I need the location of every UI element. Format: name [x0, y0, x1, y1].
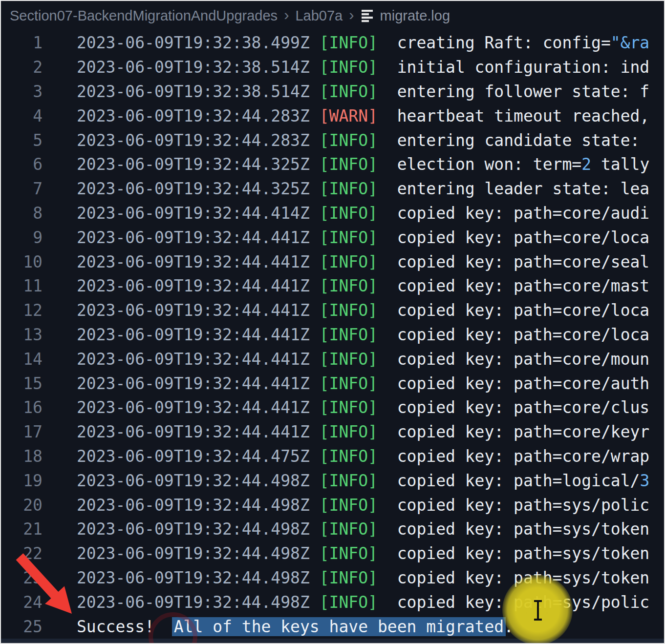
line-content: 2023-06-09T19:32:38.514Z [INFO] initial …: [43, 58, 664, 77]
breadcrumb-item-file[interactable]: migrate.log: [380, 8, 450, 24]
log-line[interactable]: 202023-06-09T19:32:44.498Z [INFO] copied…: [1, 493, 664, 517]
line-content: 2023-06-09T19:32:44.498Z [INFO] copied k…: [43, 471, 664, 490]
line-number: 18: [1, 447, 43, 466]
log-line[interactable]: 162023-06-09T19:32:44.441Z [INFO] copied…: [1, 395, 664, 420]
log-line[interactable]: 102023-06-09T19:32:44.441Z [INFO] copied…: [1, 249, 664, 274]
log-file-icon: [361, 8, 375, 26]
log-timestamp: 2023-06-09T19:32:44.325Z: [77, 179, 310, 198]
log-level-badge: [INFO]: [320, 325, 378, 344]
line-number: 9: [1, 228, 43, 247]
line-content: 2023-06-09T19:32:44.414Z [INFO] copied k…: [43, 204, 664, 223]
line-content: 2023-06-09T19:32:38.514Z [INFO] entering…: [43, 82, 664, 101]
log-message-part: copied key: path=sys/token: [397, 519, 650, 539]
log-message-part: copied key: path=core/clus: [397, 398, 650, 417]
log-line[interactable]: 152023-06-09T19:32:44.441Z [INFO] copied…: [1, 371, 664, 395]
line-number: 16: [1, 398, 43, 417]
breadcrumb-item-section[interactable]: Section07-BackendMigrationAndUpgrades: [10, 8, 278, 24]
line-content: 2023-06-09T19:32:44.498Z [INFO] copied k…: [43, 593, 664, 612]
log-level-badge: [INFO]: [320, 471, 378, 490]
line-content: 2023-06-09T19:32:38.499Z [INFO] creating…: [43, 33, 664, 52]
log-content: 12023-06-09T19:32:38.499Z [INFO] creatin…: [1, 31, 664, 639]
line-content: 2023-06-09T19:32:44.441Z [INFO] copied k…: [43, 276, 664, 295]
line-number: 21: [1, 519, 43, 539]
log-level-badge: [INFO]: [320, 519, 378, 539]
log-level-badge: [INFO]: [320, 374, 378, 393]
line-content: 2023-06-09T19:32:44.325Z [INFO] entering…: [43, 179, 664, 198]
line-content: 2023-06-09T19:32:44.498Z [INFO] copied k…: [43, 519, 664, 539]
line-number: 7: [1, 179, 43, 198]
log-message-part: copied key: path=core/wrap: [397, 447, 650, 466]
log-level-badge: [WARN]: [320, 106, 378, 125]
log-line[interactable]: 142023-06-09T19:32:44.441Z [INFO] copied…: [1, 347, 664, 371]
log-timestamp: 2023-06-09T19:32:44.441Z: [77, 398, 310, 417]
log-timestamp: 2023-06-09T19:32:44.325Z: [77, 155, 310, 174]
log-timestamp: 2023-06-09T19:32:38.514Z: [77, 82, 310, 101]
log-level-badge: [INFO]: [320, 204, 378, 223]
log-line[interactable]: 72023-06-09T19:32:44.325Z [INFO] enterin…: [1, 177, 664, 201]
log-message-part: election won: term=: [397, 155, 582, 174]
log-timestamp: 2023-06-09T19:32:38.499Z: [77, 33, 310, 52]
line-number: 15: [1, 374, 43, 393]
log-timestamp: 2023-06-09T19:32:44.283Z: [77, 106, 310, 125]
line-number: 1: [1, 33, 43, 52]
log-line[interactable]: 112023-06-09T19:32:44.441Z [INFO] copied…: [1, 274, 664, 298]
line-number: 2: [1, 58, 43, 77]
log-line[interactable]: 32023-06-09T19:32:38.514Z [INFO] enterin…: [1, 80, 664, 104]
log-message-part: copied key: path=core/loca: [397, 301, 650, 320]
line-content: 2023-06-09T19:32:44.441Z [INFO] copied k…: [43, 350, 664, 369]
log-timestamp: 2023-06-09T19:32:44.441Z: [77, 374, 310, 393]
log-level-badge: [INFO]: [320, 593, 378, 612]
log-timestamp: 2023-06-09T19:32:44.441Z: [77, 228, 310, 247]
log-level-badge: [INFO]: [320, 179, 378, 198]
log-line[interactable]: 12023-06-09T19:32:38.499Z [INFO] creatin…: [1, 31, 664, 55]
log-line[interactable]: 192023-06-09T19:32:44.498Z [INFO] copied…: [1, 468, 664, 493]
log-level-badge: [INFO]: [320, 58, 378, 77]
log-line[interactable]: 172023-06-09T19:32:44.441Z [INFO] copied…: [1, 420, 664, 444]
line-content: 2023-06-09T19:32:44.283Z [WARN] heartbea…: [43, 106, 664, 125]
log-line[interactable]: 132023-06-09T19:32:44.441Z [INFO] copied…: [1, 323, 664, 347]
log-timestamp: 2023-06-09T19:32:44.283Z: [77, 131, 310, 150]
selected-text: All of the keys have been migrated: [172, 617, 506, 636]
line-number: 23: [1, 568, 43, 587]
log-message-part: copied key: path=core/seal: [397, 252, 650, 271]
line-number: 5: [1, 131, 43, 150]
log-message-part: Success!: [77, 617, 174, 636]
log-line[interactable]: 42023-06-09T19:32:44.283Z [WARN] heartbe…: [1, 104, 664, 128]
line-content: 2023-06-09T19:32:44.475Z [INFO] copied k…: [43, 447, 664, 466]
log-timestamp: 2023-06-09T19:32:44.498Z: [77, 471, 310, 490]
log-level-badge: [INFO]: [320, 155, 378, 174]
log-line[interactable]: 242023-06-09T19:32:44.498Z [INFO] copied…: [1, 590, 664, 614]
log-line[interactable]: 212023-06-09T19:32:44.498Z [INFO] copied…: [1, 517, 664, 541]
log-line[interactable]: 232023-06-09T19:32:44.498Z [INFO] copied…: [1, 566, 664, 590]
line-content: 2023-06-09T19:32:44.498Z [INFO] copied k…: [43, 544, 664, 563]
log-line[interactable]: 182023-06-09T19:32:44.475Z [INFO] copied…: [1, 444, 664, 469]
log-timestamp: 2023-06-09T19:32:44.441Z: [77, 252, 310, 271]
line-number: 17: [1, 422, 43, 441]
line-number: 10: [1, 252, 43, 271]
log-level-badge: [INFO]: [320, 131, 378, 150]
line-number: 6: [1, 155, 43, 174]
log-message-part: copied key: path=core/loca: [397, 325, 650, 344]
log-message-part: "&ra: [611, 33, 649, 52]
breadcrumb-item-lab[interactable]: Lab07a: [295, 8, 343, 24]
log-timestamp: 2023-06-09T19:32:44.441Z: [77, 276, 310, 295]
log-line[interactable]: 222023-06-09T19:32:44.498Z [INFO] copied…: [1, 541, 664, 566]
line-content: 2023-06-09T19:32:44.498Z [INFO] copied k…: [43, 568, 664, 587]
line-content: 2023-06-09T19:32:44.441Z [INFO] copied k…: [43, 301, 664, 320]
log-message-part: initial configuration: ind: [397, 58, 650, 77]
log-level-badge: [INFO]: [320, 398, 378, 417]
log-line[interactable]: 25Success! All of the keys have been mig…: [1, 614, 664, 639]
line-number: 19: [1, 471, 43, 490]
log-message-part: 3: [640, 471, 649, 490]
log-line[interactable]: 92023-06-09T19:32:44.441Z [INFO] copied …: [1, 225, 664, 249]
log-line[interactable]: 62023-06-09T19:32:44.325Z [INFO] electio…: [1, 152, 664, 177]
log-level-badge: [INFO]: [320, 276, 378, 295]
log-line[interactable]: 52023-06-09T19:32:44.283Z [INFO] enterin…: [1, 128, 664, 152]
log-timestamp: 2023-06-09T19:32:44.498Z: [77, 568, 310, 587]
log-line[interactable]: 122023-06-09T19:32:44.441Z [INFO] copied…: [1, 298, 664, 323]
log-line[interactable]: 82023-06-09T19:32:44.414Z [INFO] copied …: [1, 201, 664, 226]
line-number: 22: [1, 544, 43, 563]
log-level-badge: [INFO]: [320, 82, 378, 101]
log-level-badge: [INFO]: [320, 544, 378, 563]
log-line[interactable]: 22023-06-09T19:32:38.514Z [INFO] initial…: [1, 55, 664, 80]
